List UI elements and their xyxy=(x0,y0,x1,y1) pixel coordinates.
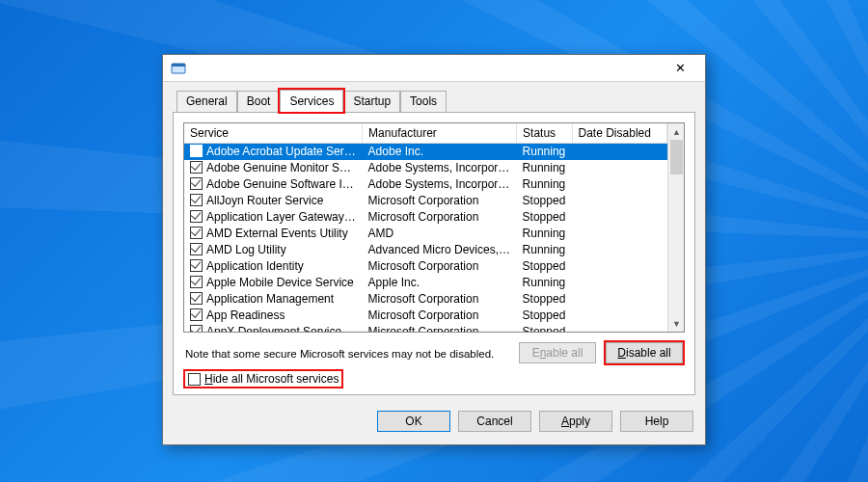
service-name: Adobe Genuine Software Integri... xyxy=(206,177,363,191)
status-cell: Running xyxy=(517,242,572,258)
manufacturer-cell: Adobe Systems, Incorpora... xyxy=(363,160,517,176)
table-row[interactable]: AppX Deployment Service (AppX...Microsof… xyxy=(184,324,667,333)
table-row[interactable]: AMD External Events UtilityAMDRunning xyxy=(184,226,667,242)
service-name: AppX Deployment Service (AppX... xyxy=(206,325,363,332)
col-status[interactable]: Status xyxy=(517,123,572,144)
apply-button[interactable]: Apply xyxy=(539,411,612,432)
svg-rect-1 xyxy=(172,64,185,67)
service-name: Adobe Genuine Monitor Service xyxy=(206,161,363,174)
col-manufacturer[interactable]: Manufacturer xyxy=(363,123,517,144)
row-checkbox[interactable] xyxy=(190,194,203,206)
service-name: AMD External Events Utility xyxy=(206,227,348,240)
table-row[interactable]: App ReadinessMicrosoft CorporationStoppe… xyxy=(184,308,667,324)
status-cell: Stopped xyxy=(517,308,572,324)
row-checkbox[interactable] xyxy=(190,145,203,157)
status-cell: Stopped xyxy=(517,258,572,275)
msconfig-dialog: ✕ General Boot Services Startup Tools Se… xyxy=(162,54,706,445)
manufacturer-cell: Microsoft Corporation xyxy=(363,291,517,308)
status-cell: Running xyxy=(517,144,572,160)
row-checkbox[interactable] xyxy=(190,308,203,321)
col-date-disabled[interactable]: Date Disabled xyxy=(572,123,666,144)
date-disabled-cell xyxy=(572,160,666,176)
manufacturer-cell: Microsoft Corporation xyxy=(363,308,517,324)
row-checkbox[interactable] xyxy=(190,227,203,239)
table-row[interactable]: Application Layer Gateway ServiceMicroso… xyxy=(184,209,667,226)
table-row[interactable]: Adobe Genuine Software Integri...Adobe S… xyxy=(184,176,667,193)
row-checkbox[interactable] xyxy=(190,177,203,190)
row-checkbox[interactable] xyxy=(190,325,203,332)
scroll-down-icon[interactable]: ▼ xyxy=(668,315,685,332)
status-cell: Stopped xyxy=(517,291,572,308)
manufacturer-cell: Apple Inc. xyxy=(363,275,517,291)
tab-services[interactable]: Services xyxy=(280,90,343,112)
titlebar: ✕ xyxy=(163,55,705,82)
hide-ms-label[interactable]: Hide all Microsoft services xyxy=(204,372,339,386)
column-headers[interactable]: Service Manufacturer Status Date Disable… xyxy=(184,123,667,144)
date-disabled-cell xyxy=(572,291,666,308)
service-name: AMD Log Utility xyxy=(206,243,286,256)
scrollbar[interactable]: ▲ ▼ xyxy=(667,123,684,332)
scroll-thumb[interactable] xyxy=(670,140,683,174)
cancel-button[interactable]: Cancel xyxy=(458,411,531,432)
help-button[interactable]: Help xyxy=(620,411,693,432)
service-name: Application Identity xyxy=(206,259,304,273)
date-disabled-cell xyxy=(572,308,666,324)
row-checkbox[interactable] xyxy=(190,276,203,288)
manufacturer-cell: Microsoft Corporation xyxy=(363,258,517,275)
manufacturer-cell: Advanced Micro Devices, I... xyxy=(363,242,517,258)
date-disabled-cell xyxy=(572,176,666,193)
scroll-up-icon[interactable]: ▲ xyxy=(668,123,685,140)
ok-button[interactable]: OK xyxy=(377,411,450,432)
manufacturer-cell: Microsoft Corporation xyxy=(363,193,517,209)
app-icon xyxy=(171,61,186,76)
close-button[interactable]: ✕ xyxy=(663,58,697,79)
row-checkbox[interactable] xyxy=(190,243,203,255)
service-name: AllJoyn Router Service xyxy=(206,194,323,207)
tab-tools[interactable]: Tools xyxy=(400,91,447,113)
disable-all-button[interactable]: Disable all xyxy=(606,342,683,363)
service-name: Apple Mobile Device Service xyxy=(206,276,354,289)
tab-boot[interactable]: Boot xyxy=(237,91,281,113)
status-cell: Stopped xyxy=(517,193,572,209)
tab-strip: General Boot Services Startup Tools xyxy=(173,90,695,112)
note-text: Note that some secure Microsoft services… xyxy=(185,348,515,360)
row-checkbox[interactable] xyxy=(190,292,203,305)
tab-general[interactable]: General xyxy=(176,91,237,113)
dialog-buttons: OK Cancel Apply Help xyxy=(163,403,705,443)
table-row[interactable]: AllJoyn Router ServiceMicrosoft Corporat… xyxy=(184,193,667,209)
table-row[interactable]: Apple Mobile Device ServiceApple Inc.Run… xyxy=(184,275,667,291)
date-disabled-cell xyxy=(572,193,666,209)
manufacturer-cell: AMD xyxy=(363,226,517,242)
row-checkbox[interactable] xyxy=(190,161,203,174)
date-disabled-cell xyxy=(572,324,666,333)
date-disabled-cell xyxy=(572,226,666,242)
status-cell: Running xyxy=(517,226,572,242)
status-cell: Stopped xyxy=(517,324,572,333)
status-cell: Running xyxy=(517,160,572,176)
status-cell: Stopped xyxy=(517,209,572,226)
services-list[interactable]: Service Manufacturer Status Date Disable… xyxy=(183,122,685,333)
service-name: App Readiness xyxy=(206,308,285,322)
row-checkbox[interactable] xyxy=(190,210,203,223)
status-cell: Running xyxy=(517,275,572,291)
service-name: Application Management xyxy=(206,292,334,306)
manufacturer-cell: Adobe Inc. xyxy=(363,144,517,160)
table-row[interactable]: Adobe Acrobat Update ServiceAdobe Inc.Ru… xyxy=(184,144,667,160)
table-row[interactable]: AMD Log UtilityAdvanced Micro Devices, I… xyxy=(184,242,667,258)
manufacturer-cell: Microsoft Corporation xyxy=(363,209,517,226)
date-disabled-cell xyxy=(572,275,666,291)
hide-ms-checkbox[interactable] xyxy=(188,373,201,386)
table-row[interactable]: Application IdentityMicrosoft Corporatio… xyxy=(184,258,667,275)
table-row[interactable]: Adobe Genuine Monitor ServiceAdobe Syste… xyxy=(184,160,667,176)
manufacturer-cell: Microsoft Corporation xyxy=(363,324,517,333)
manufacturer-cell: Adobe Systems, Incorpora... xyxy=(363,176,517,193)
row-checkbox[interactable] xyxy=(190,259,203,272)
enable-all-button[interactable]: Enable all xyxy=(519,342,596,363)
status-cell: Running xyxy=(517,176,572,193)
col-service[interactable]: Service xyxy=(184,123,363,144)
date-disabled-cell xyxy=(572,242,666,258)
tab-startup[interactable]: Startup xyxy=(343,91,400,113)
date-disabled-cell xyxy=(572,209,666,226)
table-row[interactable]: Application ManagementMicrosoft Corporat… xyxy=(184,291,667,308)
date-disabled-cell xyxy=(572,144,666,160)
